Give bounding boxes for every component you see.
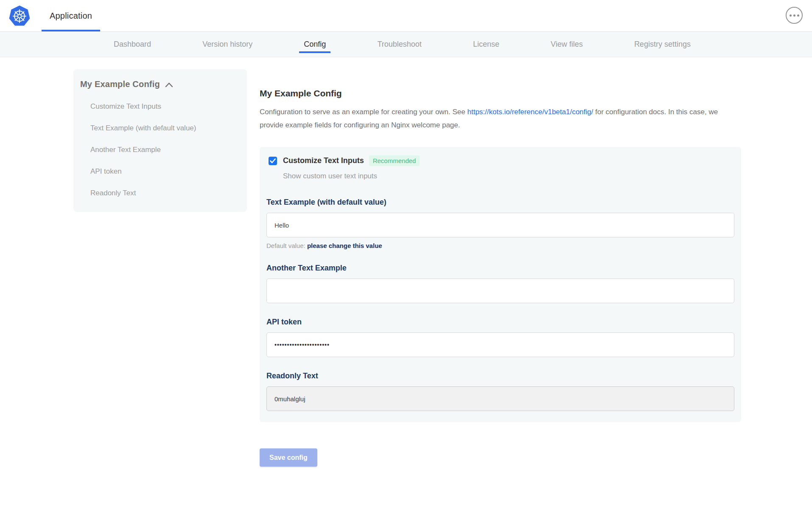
another-text-example-input[interactable] <box>266 279 734 303</box>
helper-value: please change this value <box>307 242 382 249</box>
readonly-text-label: Readonly Text <box>266 372 734 380</box>
recommended-badge: Recommended <box>369 155 420 166</box>
helper-prefix: Default value: <box>266 242 307 249</box>
sidebar-item[interactable]: Customize Text Inputs <box>90 102 238 111</box>
config-main: My Example Config Configuration to serve… <box>260 69 741 467</box>
customize-text-inputs-label[interactable]: Customize Text Inputs <box>283 156 364 165</box>
nav-tab-label: Version history <box>202 40 252 49</box>
chevron-up-icon <box>165 82 173 87</box>
ellipsis-icon <box>790 14 799 17</box>
nav-tab[interactable]: View files <box>551 32 583 57</box>
sidebar-item[interactable]: API token <box>90 167 238 176</box>
tab-application[interactable]: Application <box>42 0 100 31</box>
text-example-label: Text Example (with default value) <box>266 198 734 207</box>
nav-tab-label: Troubleshoot <box>377 40 421 49</box>
sidebar-item[interactable]: Text Example (with default value) <box>90 124 238 132</box>
more-options-button[interactable] <box>786 7 803 24</box>
page-title: My Example Config <box>260 88 741 99</box>
api-token-input[interactable] <box>266 332 734 357</box>
description-text-before: Configuration to serve as an example for… <box>260 108 468 116</box>
config-docs-link[interactable]: https://kots.io/reference/v1beta1/config… <box>468 108 594 116</box>
checkbox-help-text: Show custom user text inputs <box>283 172 734 180</box>
text-example-input[interactable] <box>266 213 734 237</box>
nav-tab-label: License <box>473 40 499 49</box>
sidebar-group-toggle[interactable]: My Example Config <box>80 79 238 89</box>
save-config-button[interactable]: Save config <box>260 448 317 467</box>
nav-tab[interactable]: Registry settings <box>634 32 691 57</box>
config-form-card: Customize Text Inputs Recommended Show c… <box>260 147 741 422</box>
kubernetes-logo-icon <box>8 5 31 27</box>
nav-tab-label: Dashboard <box>114 40 151 49</box>
nav-tab-label: Config <box>304 40 326 49</box>
sidebar-group-title: My Example Config <box>80 79 160 89</box>
application-tab-label: Application <box>50 11 92 21</box>
customize-text-inputs-checkbox[interactable] <box>269 157 277 165</box>
sidebar-item[interactable]: Readonly Text <box>90 189 238 197</box>
sidebar-item[interactable]: Another Text Example <box>90 146 238 154</box>
readonly-text-input <box>266 386 734 411</box>
app-header: Application <box>0 0 812 31</box>
config-description: Configuration to serve as an example for… <box>260 105 726 132</box>
api-token-label: API token <box>266 318 734 327</box>
app-nav: Dashboard Version history Config Trouble… <box>0 31 812 57</box>
nav-tab-label: View files <box>551 40 583 49</box>
customize-text-inputs-row: Customize Text Inputs Recommended <box>269 155 734 166</box>
nav-tab[interactable]: Config <box>304 32 326 57</box>
sidebar-item-list: Customize Text InputsText Example (with … <box>80 102 238 197</box>
nav-tab[interactable]: License <box>473 32 499 57</box>
content-area: My Example Config Customize Text InputsT… <box>0 57 812 467</box>
another-text-example-label: Another Text Example <box>266 264 734 273</box>
active-tab-underline <box>42 30 100 31</box>
nav-tab[interactable]: Version history <box>202 32 252 57</box>
checkmark-icon <box>270 158 276 163</box>
nav-tab-label: Registry settings <box>634 40 691 49</box>
config-groups-sidebar: My Example Config Customize Text InputsT… <box>73 69 247 212</box>
nav-tab[interactable]: Dashboard <box>114 32 151 57</box>
default-value-helper: Default value: please change this value <box>266 242 734 249</box>
nav-tab[interactable]: Troubleshoot <box>377 32 421 57</box>
